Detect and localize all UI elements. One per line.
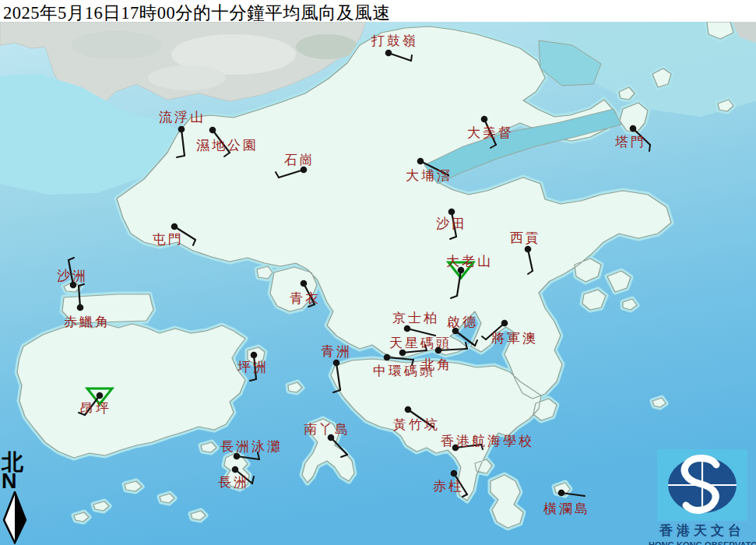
station-dot: [451, 470, 458, 477]
station-dot: [525, 246, 532, 253]
north-compass: 北 N: [2, 452, 30, 544]
station-dot: [385, 50, 392, 57]
station-label: 石崗: [284, 153, 315, 167]
station-label: 青洲: [321, 344, 352, 359]
station-label: 橫瀾島: [543, 501, 590, 516]
station-label: 大老山: [446, 254, 493, 269]
station-label: 天星碼頭: [389, 336, 452, 350]
station-label: 赤鱲角: [64, 315, 111, 329]
compass-north-letter: N: [2, 472, 30, 490]
station-dot: [209, 127, 216, 134]
logo-name-en: HONG KONG OBSERVATORY: [649, 540, 756, 545]
station-label: 大美督: [467, 125, 514, 140]
station-label: 打鼓嶺: [371, 33, 418, 48]
station-label: 長洲: [218, 475, 249, 490]
station-dot: [333, 360, 340, 367]
map-title: 2025年5月16日17時00分的十分鐘平均風向及風速: [0, 0, 756, 25]
station-label: 塔門: [614, 135, 646, 149]
logo-name-zh: 香港天文台: [649, 522, 756, 540]
station-dot: [448, 209, 455, 216]
wind-map-screen: 打鼓嶺流浮山濕地公園石崗大美督塔門大埔滘沙田屯門西貢大老山沙洲青衣赤鱲角京士柏啟…: [0, 0, 756, 545]
station-dot: [481, 116, 488, 123]
station-dot: [384, 354, 391, 361]
station-label: 濕地公園: [196, 138, 258, 153]
wind-barb-feather: [649, 145, 650, 151]
station-dot: [558, 490, 565, 497]
station-label: 大埔滘: [406, 168, 452, 183]
station-label: 青衣: [290, 291, 321, 306]
station-label: 坪洲: [237, 360, 269, 374]
station-dot: [404, 325, 411, 332]
station-dot: [417, 158, 424, 165]
station-dot: [178, 126, 185, 133]
station-label: 沙洲: [57, 269, 88, 283]
wind-barb-feather: [411, 55, 412, 61]
station-label: 西貢: [510, 230, 541, 245]
station-label: 將軍澳: [491, 331, 538, 346]
station-label: 黃竹坑: [393, 417, 440, 432]
station-dot: [435, 347, 442, 354]
station-dot: [501, 320, 508, 327]
station-dot: [301, 280, 308, 287]
station-label: 南丫島: [304, 422, 350, 437]
station-dot: [77, 304, 84, 311]
station-dot: [232, 466, 239, 473]
station-label: 赤柱: [433, 479, 464, 494]
station-dot: [630, 125, 637, 132]
station-label: 香港航海學校: [441, 434, 534, 448]
station-label: 昂坪: [80, 401, 111, 416]
station-dot: [171, 223, 178, 230]
station-label: 北角: [421, 357, 452, 372]
map-svg: 打鼓嶺流浮山濕地公園石崗大美督塔門大埔滘沙田屯門西貢大老山沙洲青衣赤鱲角京士柏啟…: [0, 0, 756, 545]
station-label: 屯門: [153, 232, 184, 247]
station-dot: [405, 406, 412, 413]
hko-logo: 香港天文台 HONG KONG OBSERVATORY: [649, 449, 756, 545]
station-dot: [97, 392, 104, 399]
station-label: 沙田: [436, 216, 467, 231]
station-label: 流浮山: [159, 110, 206, 125]
station-label: 啟德: [447, 315, 478, 329]
station-label: 長洲泳灘: [220, 439, 283, 454]
hko-emblem-icon: [657, 449, 747, 521]
station-label: 京士柏: [392, 311, 439, 325]
compass-arrow-icon: [2, 491, 28, 544]
title-bar: 2025年5月16日17時00分的十分鐘平均風向及風速: [0, 0, 756, 22]
station-dot: [251, 352, 258, 359]
